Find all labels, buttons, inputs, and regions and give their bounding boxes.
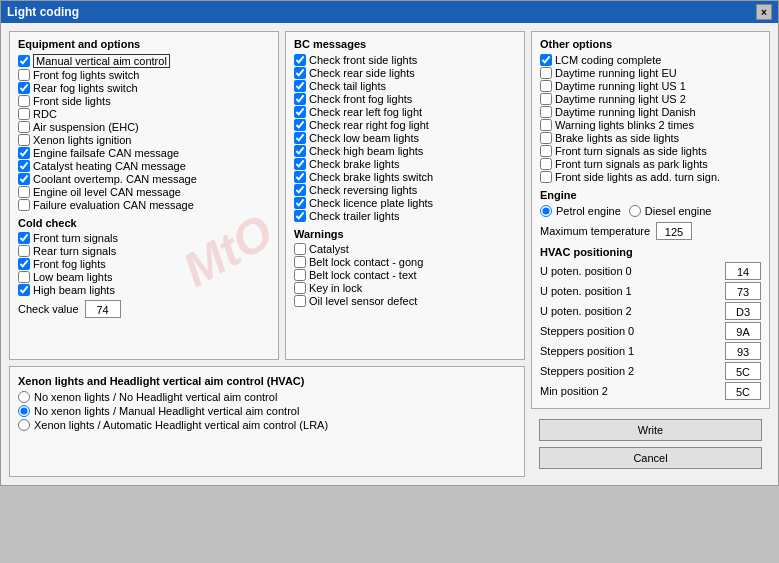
other-option-checkbox-8[interactable] — [540, 158, 552, 170]
other-option-item: Daytime running light EU — [540, 67, 761, 79]
equipment-label-10: Engine oil level CAN message — [33, 186, 181, 198]
xenon-label-2: Xenon lights / Automatic Headlight verti… — [34, 419, 328, 431]
warnings-items-container: CatalystBelt lock contact - gongBelt loc… — [294, 243, 516, 307]
other-option-checkbox-4[interactable] — [540, 106, 552, 118]
other-option-checkbox-0[interactable] — [540, 54, 552, 66]
equipment-checkbox-1[interactable] — [18, 69, 30, 81]
max-temp-value[interactable]: 125 — [656, 222, 692, 240]
hvac-row-label-5: Steppers position 2 — [540, 365, 634, 377]
other-option-checkbox-3[interactable] — [540, 93, 552, 105]
hvac-row-value-0[interactable]: 14 — [725, 262, 761, 280]
warning-item: Belt lock contact - text — [294, 269, 516, 281]
hvac-row: Min position 25C — [540, 382, 761, 400]
equipment-checkbox-6[interactable] — [18, 134, 30, 146]
equipment-checkbox-2[interactable] — [18, 82, 30, 94]
cold-check-checkbox-1[interactable] — [18, 245, 30, 257]
bc-checkbox-6[interactable] — [294, 132, 306, 144]
bc-checkbox-1[interactable] — [294, 67, 306, 79]
equipment-item: Front fog lights switch — [18, 69, 270, 81]
other-option-label-6: Brake lights as side lights — [555, 132, 679, 144]
bc-checkbox-10[interactable] — [294, 184, 306, 196]
bc-item: Check high beam lights — [294, 145, 516, 157]
bc-label-0: Check front side lights — [309, 54, 417, 66]
bc-checkbox-7[interactable] — [294, 145, 306, 157]
cold-check-checkbox-4[interactable] — [18, 284, 30, 296]
other-option-item: Warning lights blinks 2 times — [540, 119, 761, 131]
warning-checkbox-2[interactable] — [294, 269, 306, 281]
hvac-title: HVAC positioning — [540, 246, 761, 258]
other-option-checkbox-9[interactable] — [540, 171, 552, 183]
xenon-label-1: No xenon lights / Manual Headlight verti… — [34, 405, 299, 417]
hvac-row-label-2: U poten. position 2 — [540, 305, 632, 317]
main-window: Light coding × MtO Equipment and options… — [0, 0, 779, 486]
other-option-checkbox-1[interactable] — [540, 67, 552, 79]
hvac-row-value-5[interactable]: 5C — [725, 362, 761, 380]
equipment-checkbox-10[interactable] — [18, 186, 30, 198]
bc-checkbox-8[interactable] — [294, 158, 306, 170]
cold-check-items-container: Front turn signalsRear turn signalsFront… — [18, 232, 270, 296]
hvac-row-value-6[interactable]: 5C — [725, 382, 761, 400]
warning-item: Catalyst — [294, 243, 516, 255]
close-button[interactable]: × — [756, 4, 772, 20]
equipment-checkbox-9[interactable] — [18, 173, 30, 185]
bc-checkbox-2[interactable] — [294, 80, 306, 92]
xenon-radio-1[interactable] — [18, 405, 30, 417]
cold-check-checkbox-2[interactable] — [18, 258, 30, 270]
cold-check-label-4: High beam lights — [33, 284, 115, 296]
engine-row: Petrol engine Diesel engine — [540, 205, 761, 219]
other-option-checkbox-2[interactable] — [540, 80, 552, 92]
warning-checkbox-4[interactable] — [294, 295, 306, 307]
cold-check-checkbox-3[interactable] — [18, 271, 30, 283]
window-title: Light coding — [7, 5, 79, 19]
cancel-button[interactable]: Cancel — [539, 447, 762, 469]
equipment-checkbox-7[interactable] — [18, 147, 30, 159]
other-option-checkbox-6[interactable] — [540, 132, 552, 144]
bc-label-5: Check rear right fog light — [309, 119, 429, 131]
hvac-row-label-0: U poten. position 0 — [540, 265, 632, 277]
equipment-item: Engine failsafe CAN message — [18, 147, 270, 159]
warning-checkbox-3[interactable] — [294, 282, 306, 294]
equipment-checkbox-5[interactable] — [18, 121, 30, 133]
cold-check-item: Front turn signals — [18, 232, 270, 244]
bc-checkbox-9[interactable] — [294, 171, 306, 183]
petrol-radio-item: Petrol engine — [540, 205, 621, 217]
write-button[interactable]: Write — [539, 419, 762, 441]
equipment-checkbox-11[interactable] — [18, 199, 30, 211]
warning-label-2: Belt lock contact - text — [309, 269, 417, 281]
warning-checkbox-1[interactable] — [294, 256, 306, 268]
equipment-label-3: Front side lights — [33, 95, 111, 107]
equipment-item: Front side lights — [18, 95, 270, 107]
bc-checkbox-0[interactable] — [294, 54, 306, 66]
xenon-radio-0[interactable] — [18, 391, 30, 403]
other-option-label-4: Daytime running light Danish — [555, 106, 696, 118]
hvac-row-value-2[interactable]: D3 — [725, 302, 761, 320]
bc-checkbox-12[interactable] — [294, 210, 306, 222]
bc-checkbox-4[interactable] — [294, 106, 306, 118]
hvac-row-value-3[interactable]: 9A — [725, 322, 761, 340]
hvac-row-value-4[interactable]: 93 — [725, 342, 761, 360]
warning-checkbox-0[interactable] — [294, 243, 306, 255]
equipment-item: Failure evaluation CAN message — [18, 199, 270, 211]
bc-item: Check reversing lights — [294, 184, 516, 196]
bc-checkbox-3[interactable] — [294, 93, 306, 105]
xenon-radio-2[interactable] — [18, 419, 30, 431]
equipment-label-2: Rear fog lights switch — [33, 82, 138, 94]
bc-items-container: Check front side lightsCheck rear side l… — [294, 54, 516, 222]
equipment-checkbox-0[interactable] — [18, 55, 30, 67]
equipment-checkbox-3[interactable] — [18, 95, 30, 107]
hvac-row-value-1[interactable]: 73 — [725, 282, 761, 300]
hvac-row: Steppers position 25C — [540, 362, 761, 380]
equipment-checkbox-8[interactable] — [18, 160, 30, 172]
title-bar: Light coding × — [1, 1, 778, 23]
bc-checkbox-5[interactable] — [294, 119, 306, 131]
other-option-checkbox-7[interactable] — [540, 145, 552, 157]
equipment-checkbox-4[interactable] — [18, 108, 30, 120]
warning-label-1: Belt lock contact - gong — [309, 256, 423, 268]
cold-check-checkbox-0[interactable] — [18, 232, 30, 244]
bc-messages-panel: BC messages Check front side lightsCheck… — [285, 31, 525, 360]
diesel-radio[interactable] — [629, 205, 641, 217]
other-option-checkbox-5[interactable] — [540, 119, 552, 131]
check-value-box[interactable]: 74 — [85, 300, 121, 318]
bc-checkbox-11[interactable] — [294, 197, 306, 209]
petrol-radio[interactable] — [540, 205, 552, 217]
